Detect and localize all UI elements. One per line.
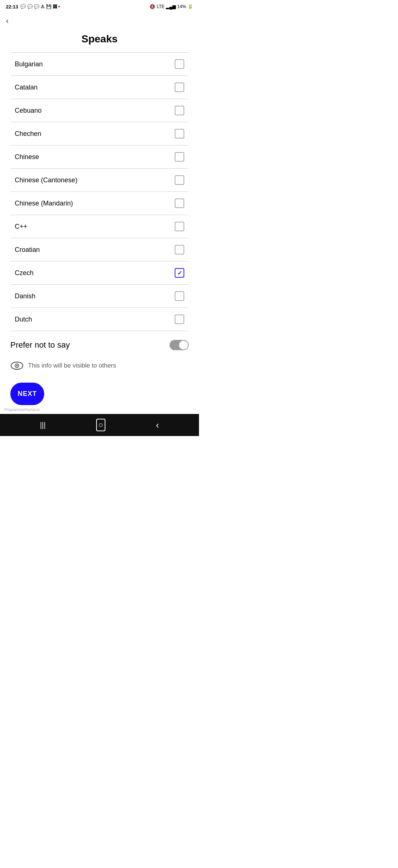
language-item-catalan[interactable]: Catalan (10, 76, 189, 99)
home-icon[interactable]: ○ (96, 419, 105, 431)
language-item-cebuano[interactable]: Cebuano (10, 99, 189, 122)
language-name-chinese-mandarin: Chinese (Mandarin) (15, 200, 73, 207)
language-item-croatian[interactable]: Croatian (10, 238, 189, 261)
mute-icon: 🔇 (150, 4, 155, 9)
prefer-toggle[interactable] (170, 340, 189, 350)
battery-icon: 🔋 (188, 4, 193, 9)
language-name-danish: Danish (15, 292, 35, 300)
prefer-not-to-say-section: Prefer not to say (0, 331, 199, 353)
language-item-chinese-cantonese[interactable]: Chinese (Cantonese) (10, 169, 189, 192)
toggle-knob (179, 341, 188, 349)
checkbox-chechen[interactable] (175, 129, 184, 138)
checkbox-chinese-cantonese[interactable] (175, 175, 184, 185)
language-list: BulgarianCatalanCebuanoChechenChineseChi… (10, 52, 189, 331)
language-name-chechen: Chechen (15, 130, 41, 138)
notification-icons: 💬 💬 💬 ⚠ 💾 🖼 • (20, 4, 60, 9)
language-item-chinese-mandarin[interactable]: Chinese (Mandarin) (10, 192, 189, 215)
signal-bars: ▂▄▆ (166, 4, 176, 9)
language-item-cpp[interactable]: C++ (10, 215, 189, 238)
checkbox-cebuano[interactable] (175, 106, 184, 115)
eye-icon (10, 359, 24, 372)
visibility-note: This info will be visible to others (0, 353, 199, 380)
time-display: 22:13 (6, 4, 18, 10)
prefer-label: Prefer not to say (10, 340, 70, 350)
language-item-chechen[interactable]: Chechen (10, 122, 189, 145)
checkbox-catalan[interactable] (175, 82, 184, 92)
language-name-cpp: C++ (15, 223, 27, 231)
navigation-bar: ||| ○ ‹ (0, 414, 199, 436)
checkbox-chinese[interactable] (175, 152, 184, 162)
checkbox-bulgarian[interactable] (175, 59, 184, 69)
back-arrow-icon: ‹ (6, 16, 8, 25)
language-name-cebuano: Cebuano (15, 107, 42, 115)
battery-percent: 14% (177, 4, 186, 9)
checkbox-cpp[interactable] (175, 222, 184, 231)
checkbox-czech[interactable] (175, 268, 184, 278)
recent-apps-icon[interactable]: ||| (40, 421, 46, 429)
language-name-catalan: Catalan (15, 84, 38, 91)
system-back-icon[interactable]: ‹ (156, 419, 159, 431)
language-name-chinese-cantonese: Chinese (Cantonese) (15, 176, 77, 184)
back-button[interactable]: ‹ (0, 13, 199, 27)
next-button[interactable]: NEXT (10, 383, 44, 405)
status-time: 22:13 💬 💬 💬 ⚠ 💾 🖼 • (6, 4, 60, 10)
visibility-text: This info will be visible to others (28, 362, 116, 369)
language-item-dutch[interactable]: Dutch (10, 308, 189, 331)
language-item-chinese[interactable]: Chinese (10, 145, 189, 169)
watermark: ProgrammerHumor.io (4, 408, 40, 412)
language-name-chinese: Chinese (15, 153, 39, 161)
language-item-czech[interactable]: Czech (10, 261, 189, 285)
language-item-bulgarian[interactable]: Bulgarian (10, 53, 189, 76)
checkbox-danish[interactable] (175, 291, 184, 301)
checkbox-croatian[interactable] (175, 245, 184, 254)
lte-indicator: LTE (157, 4, 164, 9)
language-name-bulgarian: Bulgarian (15, 60, 43, 68)
page-title: Speaks (0, 27, 199, 52)
checkbox-chinese-mandarin[interactable] (175, 198, 184, 208)
language-name-croatian: Croatian (15, 246, 40, 254)
status-indicators: 🔇 LTE ▂▄▆ 14% 🔋 (150, 4, 193, 9)
status-bar: 22:13 💬 💬 💬 ⚠ 💾 🖼 • 🔇 LTE ▂▄▆ 14% 🔋 (0, 0, 199, 13)
checkbox-dutch[interactable] (175, 314, 184, 324)
language-name-dutch: Dutch (15, 316, 32, 323)
language-item-danish[interactable]: Danish (10, 285, 189, 308)
svg-point-2 (16, 365, 18, 366)
language-name-czech: Czech (15, 269, 34, 277)
